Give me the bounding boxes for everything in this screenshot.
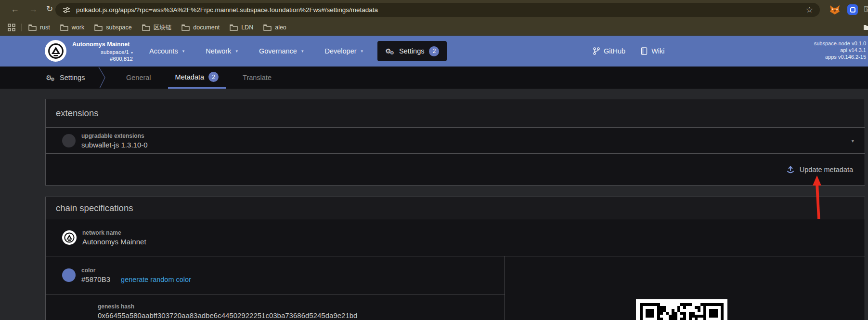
extensions-section: extensions upgradable extensions subwall…: [45, 99, 865, 186]
chain-qr-code: [636, 299, 727, 320]
chevron-down-icon: ▾: [361, 49, 363, 53]
tab-metadata[interactable]: Metadata 2: [168, 67, 226, 89]
refresh-icon[interactable]: ↻: [46, 5, 53, 13]
generate-random-color-link[interactable]: generate random color: [121, 276, 191, 283]
chain-network[interactable]: subspace/1▾: [72, 49, 133, 55]
page-content: extensions upgradable extensions subwall…: [0, 89, 868, 320]
settings-badge: 2: [429, 46, 439, 56]
folder-icon: [60, 24, 68, 31]
field-label: upgradable extensions: [81, 133, 148, 139]
row-label: network name: [82, 229, 146, 236]
row-value: Autonomys Mainnet: [82, 238, 146, 246]
divider: [21, 24, 22, 31]
chain-logo[interactable]: [45, 40, 66, 62]
subnav-app-title: ⚙⚙ Settings: [46, 67, 85, 89]
settings-tabs: General Metadata 2 Translate: [119, 67, 279, 89]
folder-icon: [94, 24, 103, 31]
api-version: api v14.3.1: [814, 47, 866, 53]
folder-icon: [230, 24, 238, 31]
bookmark-star-icon[interactable]: ☆: [806, 5, 813, 15]
bookmark-folder-document[interactable]: document: [181, 24, 220, 31]
settings-subnav: ⚙⚙ Settings General Metadata 2 Translate: [0, 67, 868, 89]
chevron-down-icon[interactable]: ▾: [851, 137, 854, 144]
wallet-extension-icon[interactable]: [847, 4, 858, 15]
bookmark-folder-blockchain[interactable]: 区块链: [142, 24, 172, 32]
annotation-arrow: [812, 175, 825, 219]
network-name-row: network name Autonomys Mainnet: [46, 219, 865, 256]
address-bar[interactable]: polkadot.js.org/apps/?rpc=wss%3A%2F%2Frp…: [55, 3, 820, 17]
github-link[interactable]: GitHub: [593, 47, 625, 55]
apps-grid-icon[interactable]: [8, 24, 15, 31]
chevron-down-icon: ▾: [301, 49, 304, 53]
folder-icon: [263, 24, 272, 31]
qr-column: [505, 256, 865, 320]
nav-accounts[interactable]: Accounts▾: [139, 47, 195, 55]
bookmark-folder-work[interactable]: work: [60, 24, 84, 31]
bookmarks-bar: rust work subspace 区块链 document LDN aleo: [0, 20, 868, 36]
book-icon: [641, 47, 648, 55]
node-version: subspace-node v0.1.0: [814, 40, 866, 47]
color-swatch: [62, 268, 76, 282]
update-metadata-button[interactable]: Update metadata: [786, 165, 853, 174]
cut-folder-icon: [863, 24, 868, 30]
gears-icon: ⚙⚙: [385, 47, 395, 55]
chain-info[interactable]: Autonomys Mainnet subspace/1▾ #600,812: [72, 41, 133, 62]
nav-developer[interactable]: Developer▾: [314, 47, 374, 55]
genesis-hash-value: 0x66455a580aabff303720aa83adbe6c44502922…: [98, 311, 357, 320]
url-text[interactable]: polkadot.js.org/apps/?rpc=wss%3A%2F%2Frp…: [76, 6, 806, 13]
extensions-section-title: extensions: [46, 99, 865, 128]
nav-network[interactable]: Network▾: [195, 47, 248, 55]
chevron-down-icon: ▾: [131, 51, 133, 55]
row-label: color: [81, 267, 191, 274]
row-label: genesis hash: [98, 303, 357, 310]
tab-separator: [98, 67, 107, 88]
folder-icon: [181, 24, 190, 31]
forward-icon[interactable]: →: [29, 5, 38, 13]
color-row: color #5870B3 generate random color: [46, 256, 505, 294]
tab-translate[interactable]: Translate: [235, 67, 279, 89]
autonomys-logo-icon: [64, 232, 75, 243]
back-icon[interactable]: ←: [11, 5, 19, 13]
chevron-down-icon: ▾: [182, 49, 185, 53]
chain-fields-column: color #5870B3 generate random color gene…: [46, 256, 505, 320]
field-value: subwallet-js 1.3.10-0: [81, 141, 148, 149]
cut-extension-icon[interactable]: ⚿: [864, 5, 868, 14]
upload-icon: [786, 165, 795, 174]
site-settings-icon[interactable]: [63, 6, 70, 14]
chain-section-title: chain specifications: [46, 197, 865, 219]
genesis-hash-row: genesis hash 0x66455a580aabff303720aa83a…: [46, 294, 505, 320]
folder-icon: [28, 24, 37, 31]
bookmark-folder-ldn[interactable]: LDN: [230, 24, 253, 31]
upgradable-extensions-select[interactable]: upgradable extensions subwallet-js 1.3.1…: [46, 128, 865, 154]
folder-icon: [142, 24, 150, 31]
github-branch-icon: [593, 47, 600, 55]
extension-avatar: [62, 134, 76, 147]
nav-governance[interactable]: Governance▾: [248, 47, 314, 55]
chevron-down-icon: ▾: [235, 49, 238, 53]
autonomys-logo-icon: [47, 42, 65, 60]
bookmark-folder-rust[interactable]: rust: [28, 24, 50, 31]
chain-name: Autonomys Mainnet: [72, 41, 133, 48]
browser-toolbar: ← → ↻ polkadot.js.org/apps/?rpc=wss%3A%2…: [0, 0, 868, 20]
apps-version: apps v0.146.2-15: [814, 53, 866, 60]
main-nav: Accounts▾ Network▾ Governance▾ Developer…: [139, 36, 447, 67]
network-avatar: [62, 230, 77, 245]
version-info: subspace-node v0.1.0 api v14.3.1 apps v0…: [814, 40, 866, 60]
bookmark-folder-subspace[interactable]: subspace: [94, 24, 132, 31]
tab-general[interactable]: General: [119, 67, 158, 89]
best-block-number: #600,812: [72, 56, 133, 62]
app-header: Autonomys Mainnet subspace/1▾ #600,812 A…: [0, 36, 868, 67]
nav-settings-button[interactable]: ⚙⚙ Settings 2: [377, 41, 447, 61]
wiki-link[interactable]: Wiki: [641, 47, 664, 55]
gears-icon: ⚙⚙: [46, 73, 55, 82]
metadata-badge: 2: [208, 72, 219, 82]
chain-specifications-section: chain specifications network name Autono…: [45, 197, 865, 320]
bookmark-folder-aleo[interactable]: aleo: [263, 24, 286, 31]
color-value: #5870B3: [81, 275, 110, 283]
external-links: GitHub Wiki: [593, 36, 665, 67]
metamask-extension-icon[interactable]: [829, 4, 841, 15]
